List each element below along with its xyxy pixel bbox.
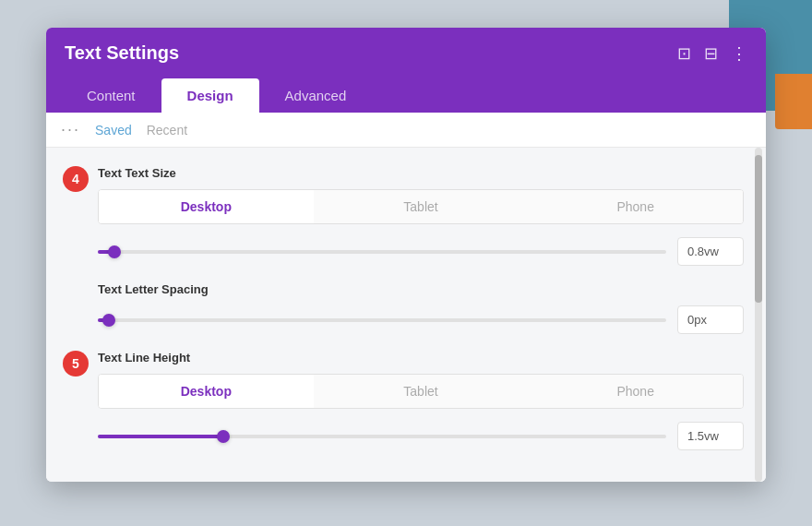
text-letter-spacing-label: Text Letter Spacing — [98, 282, 744, 296]
line-height-value[interactable]: 1.5vw — [677, 422, 744, 450]
line-height-slider-row: 1.5vw — [98, 422, 744, 450]
text-line-height-label: Text Line Height — [98, 351, 744, 365]
dialog-content: ··· Saved Recent 4 Text Text Size Deskto… — [46, 113, 766, 482]
text-size-phone-btn[interactable]: Phone — [528, 190, 743, 223]
dialog-header: Text Settings ⊡ ⊟ ⋮ — [46, 28, 766, 78]
step-5-badge: 5 — [63, 351, 89, 377]
split-icon[interactable]: ⊟ — [704, 45, 718, 62]
tab-design[interactable]: Design — [161, 78, 259, 113]
header-icons-group: ⊡ ⊟ ⋮ — [677, 45, 747, 62]
letter-spacing-slider-thumb[interactable] — [102, 314, 115, 327]
text-text-size-section: 4 Text Text Size Desktop Tablet Phone 0.… — [98, 166, 744, 266]
text-size-tablet-btn[interactable]: Tablet — [314, 190, 529, 223]
recent-link[interactable]: Recent — [147, 123, 187, 137]
text-size-device-toggle: Desktop Tablet Phone — [98, 189, 744, 224]
tab-advanced[interactable]: Advanced — [259, 78, 373, 113]
line-height-slider-track[interactable] — [98, 435, 666, 438]
letter-spacing-value[interactable]: 0px — [677, 305, 744, 334]
tab-bar: Content Design Advanced — [46, 78, 766, 113]
line-height-tablet-btn[interactable]: Tablet — [314, 375, 529, 408]
line-height-slider-fill — [98, 435, 223, 438]
more-icon[interactable]: ⋮ — [731, 45, 747, 62]
text-size-desktop-btn[interactable]: Desktop — [99, 190, 314, 223]
scroll-area: 4 Text Text Size Desktop Tablet Phone 0.… — [46, 148, 766, 482]
scrollbar-thumb[interactable] — [755, 155, 762, 303]
line-height-device-toggle: Desktop Tablet Phone — [98, 374, 744, 409]
text-line-height-section: 5 Text Line Height Desktop Tablet Phone … — [98, 351, 744, 450]
text-letter-spacing-section: Text Letter Spacing 0px — [98, 282, 744, 334]
text-settings-dialog: Text Settings ⊡ ⊟ ⋮ Content Design Advan… — [46, 28, 766, 482]
scrollbar-track — [755, 148, 762, 482]
letter-spacing-slider-track[interactable] — [98, 318, 666, 322]
text-size-value[interactable]: 0.8vw — [677, 237, 744, 266]
text-size-slider-row: 0.8vw — [98, 237, 744, 266]
text-size-slider-thumb[interactable] — [108, 245, 121, 258]
line-height-phone-btn[interactable]: Phone — [528, 375, 743, 408]
bg-orange-decoration — [775, 74, 812, 129]
dialog-title: Text Settings — [65, 42, 179, 64]
saved-link[interactable]: Saved — [95, 123, 132, 137]
step-4-badge: 4 — [63, 166, 89, 192]
line-height-desktop-btn[interactable]: Desktop — [99, 375, 314, 408]
letter-spacing-slider-row: 0px — [98, 305, 744, 334]
dots-menu[interactable]: ··· — [61, 120, 80, 139]
text-size-slider-track[interactable] — [98, 250, 666, 254]
line-height-slider-thumb[interactable] — [217, 430, 230, 443]
expand-icon[interactable]: ⊡ — [677, 45, 691, 62]
sub-toolbar: ··· Saved Recent — [46, 113, 766, 148]
tab-content[interactable]: Content — [61, 78, 161, 113]
text-text-size-label: Text Text Size — [98, 166, 744, 180]
